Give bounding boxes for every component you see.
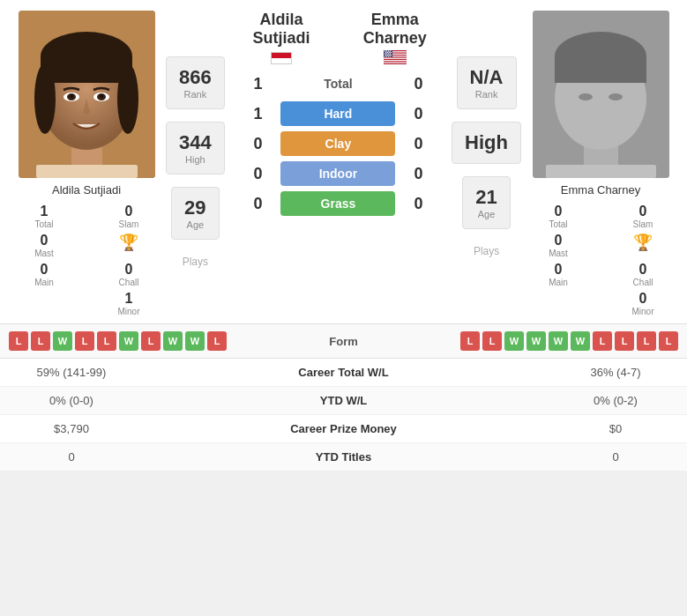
center-col: Aldila Sutjiadi Emma Charney bbox=[225, 11, 452, 216]
right-mast-cell: 0 Mast bbox=[521, 233, 595, 258]
right-form-badge: W bbox=[549, 331, 568, 351]
svg-point-22 bbox=[385, 50, 385, 51]
right-player-name-label: Emma Charney bbox=[561, 183, 640, 197]
right-slam-value: 0 bbox=[639, 204, 647, 219]
indoor-badge: Indoor bbox=[280, 161, 395, 186]
left-main-cell: 0 Main bbox=[7, 262, 81, 287]
right-stats-col: N/A Rank High 21 Age Plays bbox=[452, 56, 521, 257]
left-form-badge: W bbox=[163, 331, 183, 351]
career-prize-row: $3,790 Career Prize Money $0 bbox=[0, 415, 687, 443]
top-area: Aldila Sutjiadi 1 Total 0 Slam 0 Mast 🏆 bbox=[0, 0, 687, 323]
right-main-cell: 0 Main bbox=[521, 262, 595, 287]
total-row: 1 Total 0 bbox=[225, 71, 452, 96]
svg-rect-4 bbox=[41, 56, 132, 83]
right-form-badge: L bbox=[637, 331, 656, 351]
right-trophy-icon: 🏆 bbox=[633, 233, 653, 252]
left-age-box: 29 Age bbox=[171, 187, 219, 240]
svg-point-26 bbox=[385, 52, 386, 53]
left-rank-label: Rank bbox=[179, 89, 212, 100]
left-center-name-line1: Aldila bbox=[260, 11, 303, 29]
right-minor-label: Minor bbox=[631, 307, 653, 316]
left-clay-score: 0 bbox=[245, 135, 270, 153]
left-player-stats-grid: 1 Total 0 Slam 0 Mast 🏆 0 Main bbox=[7, 204, 166, 316]
right-rank-value: N/A bbox=[470, 66, 504, 89]
svg-point-38 bbox=[385, 56, 385, 56]
grass-badge: Grass bbox=[280, 191, 395, 216]
left-high-value: 344 bbox=[179, 131, 212, 154]
ytd-wl-row: 0% (0-0) YTD W/L 0% (0-2) bbox=[0, 387, 687, 415]
svg-point-27 bbox=[387, 52, 388, 53]
right-form-badge: W bbox=[571, 331, 590, 351]
right-high-value: High bbox=[465, 131, 508, 154]
left-prize: $3,790 bbox=[14, 422, 129, 435]
svg-point-23 bbox=[386, 50, 387, 51]
indoor-row: 0 Indoor 0 bbox=[225, 161, 452, 186]
right-plays-label: Plays bbox=[474, 245, 499, 257]
right-flag-icon bbox=[384, 50, 407, 64]
svg-rect-20 bbox=[384, 63, 407, 63]
hard-row: 1 Hard 0 bbox=[225, 101, 452, 126]
career-wl-row: 59% (141-99) Career Total W/L 36% (4-7) bbox=[0, 359, 687, 387]
svg-rect-46 bbox=[555, 56, 646, 83]
right-hard-score: 0 bbox=[406, 105, 430, 123]
left-main-value: 0 bbox=[41, 262, 49, 278]
right-prize: $0 bbox=[558, 422, 673, 435]
right-chall-label: Chall bbox=[633, 278, 653, 287]
right-form-badge: L bbox=[460, 331, 480, 351]
left-form-badge: L bbox=[141, 331, 161, 351]
left-career-wl: 59% (141-99) bbox=[14, 366, 129, 379]
hard-badge: Hard bbox=[280, 101, 395, 126]
svg-point-25 bbox=[390, 50, 391, 51]
left-form-badge: W bbox=[53, 331, 72, 351]
left-center-name-line2: Sutjiadi bbox=[253, 29, 310, 48]
player-names-top: Aldila Sutjiadi Emma Charney bbox=[225, 11, 452, 64]
right-total-score: 0 bbox=[406, 75, 430, 93]
svg-point-39 bbox=[386, 56, 387, 56]
right-minor-cell: 0 Minor bbox=[606, 291, 680, 316]
total-badge: Total bbox=[280, 71, 395, 96]
left-mast-label: Mast bbox=[34, 249, 54, 258]
right-grass-score: 0 bbox=[406, 195, 430, 213]
career-wl-label: Career Total W/L bbox=[129, 366, 558, 379]
svg-point-11 bbox=[70, 94, 73, 98]
left-form-badge: W bbox=[119, 331, 138, 351]
right-age-value: 21 bbox=[475, 186, 497, 209]
svg-point-41 bbox=[390, 56, 391, 56]
left-trophy-icon: 🏆 bbox=[119, 233, 138, 252]
right-rank-box: N/A Rank bbox=[457, 56, 517, 109]
ytd-titles-row: 0 YTD Titles 0 bbox=[0, 443, 687, 471]
right-chall-cell: 0 Chall bbox=[606, 262, 680, 287]
right-indoor-score: 0 bbox=[406, 165, 430, 183]
left-ytd-wl: 0% (0-0) bbox=[14, 394, 129, 407]
right-form-badge: L bbox=[615, 331, 634, 351]
svg-point-33 bbox=[390, 53, 391, 54]
form-section: LLWLLWLWWL Form LLWWWWLLLL bbox=[0, 323, 687, 358]
left-plays-label: Plays bbox=[183, 256, 208, 268]
left-chall-cell: 0 Chall bbox=[92, 262, 166, 287]
right-center-name-line2: Charney bbox=[363, 29, 427, 48]
left-trophy-cell: 🏆 bbox=[92, 233, 166, 258]
right-ytd-titles: 0 bbox=[558, 450, 673, 464]
left-form-badges: LLWLLWLWWL bbox=[9, 331, 227, 351]
right-slam-cell: 0 Slam bbox=[606, 204, 680, 229]
right-form-badge: L bbox=[659, 331, 678, 351]
right-age-label: Age bbox=[475, 209, 497, 219]
right-main-value: 0 bbox=[555, 262, 563, 278]
main-container: Aldila Sutjiadi 1 Total 0 Slam 0 Mast 🏆 bbox=[0, 0, 687, 471]
left-form-badge: L bbox=[97, 331, 116, 351]
form-label: Form bbox=[309, 335, 379, 348]
right-mast-value: 0 bbox=[555, 233, 563, 249]
left-player-name-label: Aldila Sutjiadi bbox=[52, 183, 121, 197]
svg-point-48 bbox=[609, 93, 623, 100]
left-player-card: Aldila Sutjiadi 1 Total 0 Slam 0 Mast 🏆 bbox=[7, 11, 166, 316]
right-form-badge: L bbox=[593, 331, 612, 351]
svg-point-12 bbox=[100, 94, 103, 98]
right-mast-label: Mast bbox=[549, 249, 568, 258]
left-form-badge: L bbox=[207, 331, 227, 351]
left-form-badge: L bbox=[31, 331, 50, 351]
right-rank-label: Rank bbox=[470, 89, 504, 100]
right-form-badge: W bbox=[526, 331, 546, 351]
left-flag-icon bbox=[271, 52, 292, 64]
right-minor-value: 0 bbox=[639, 291, 647, 307]
left-minor-value: 1 bbox=[125, 291, 133, 307]
